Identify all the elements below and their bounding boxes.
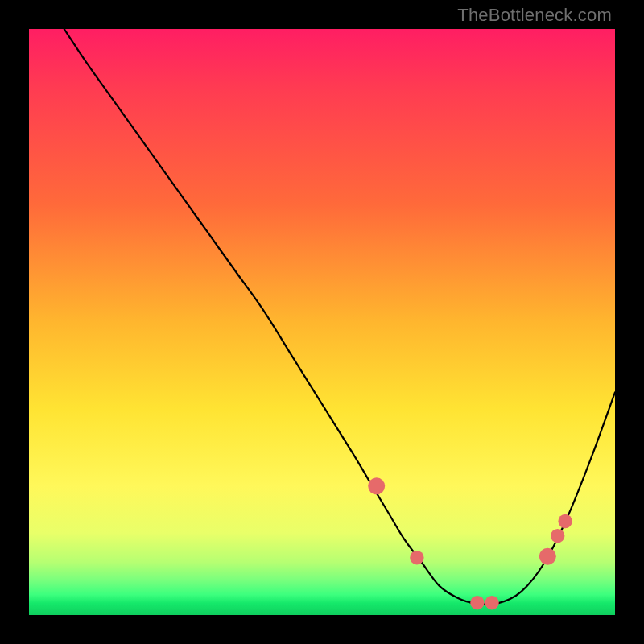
marker-dot	[551, 529, 564, 543]
marker-dot	[470, 596, 484, 609]
chart-plot-area	[29, 29, 615, 615]
marker-pill	[363, 463, 372, 477]
chart-svg	[29, 29, 615, 615]
marker-dot	[485, 596, 498, 609]
marker-dot	[410, 551, 423, 564]
curve-markers	[363, 463, 576, 610]
bottleneck-curve	[64, 29, 615, 605]
chart-frame	[29, 29, 615, 615]
attribution-text: TheBottleneck.com	[457, 5, 612, 26]
marker-dot	[539, 548, 556, 565]
marker-dot	[558, 514, 572, 528]
marker-dot	[368, 477, 385, 494]
